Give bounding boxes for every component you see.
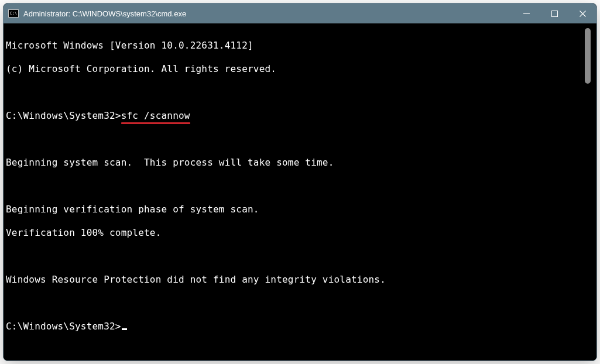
prompt-line-2: C:\Windows\System32> (6, 321, 582, 332)
verify-done-line: Verification 100% complete. (6, 227, 582, 239)
maximize-button[interactable] (540, 4, 568, 23)
prompt-prefix: C:\Windows\System32> (6, 321, 121, 332)
prompt-prefix: C:\Windows\System32> (6, 110, 121, 121)
cmd-icon (8, 9, 19, 18)
prompt-line-1: C:\Windows\System32>sfc /scannow (6, 110, 582, 122)
window-controls (512, 4, 596, 23)
svg-rect-0 (523, 13, 530, 14)
scan-begin-line: Beginning system scan. This process will… (6, 157, 582, 169)
cursor (122, 328, 127, 330)
copyright-line: (c) Microsoft Corporation. All rights re… (6, 63, 582, 75)
client-area: Microsoft Windows [Version 10.0.22631.41… (4, 23, 596, 360)
version-line: Microsoft Windows [Version 10.0.22631.41… (6, 40, 582, 51)
minimize-button[interactable] (512, 4, 540, 23)
cmd-window: Administrator: C:\WINDOWS\system32\cmd.e… (3, 3, 597, 361)
typed-command: sfc /scannow (121, 110, 190, 122)
window-title: Administrator: C:\WINDOWS\system32\cmd.e… (23, 9, 186, 18)
vertical-scrollbar[interactable] (584, 27, 592, 357)
svg-rect-1 (551, 11, 557, 16)
close-button[interactable] (568, 4, 596, 23)
terminal-output[interactable]: Microsoft Windows [Version 10.0.22631.41… (4, 27, 582, 357)
result-line: Windows Resource Protection did not find… (6, 274, 582, 286)
titlebar[interactable]: Administrator: C:\WINDOWS\system32\cmd.e… (4, 4, 596, 23)
verify-begin-line: Beginning verification phase of system s… (6, 204, 582, 215)
scroll-thumb[interactable] (585, 28, 591, 84)
